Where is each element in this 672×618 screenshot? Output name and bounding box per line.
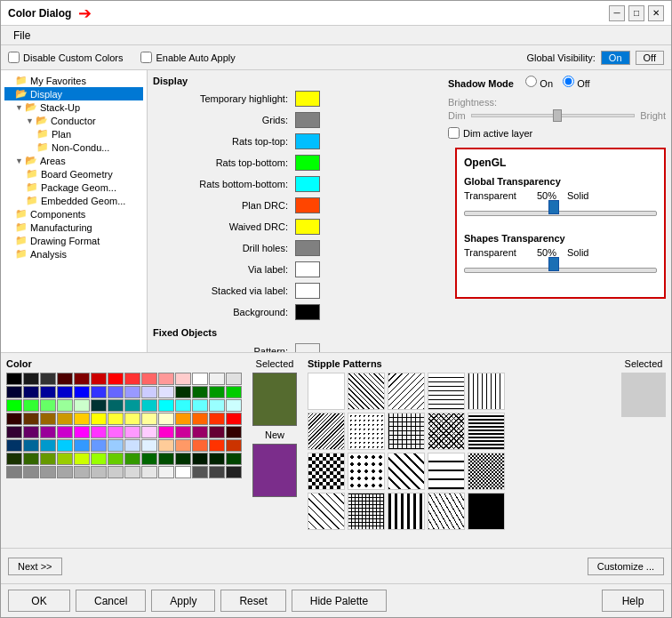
color-swatch-1[interactable]: [295, 112, 320, 128]
tree-item-analysis[interactable]: 📁 Analysis: [4, 247, 143, 261]
color-swatch-6[interactable]: [295, 219, 320, 235]
color-swatch-10[interactable]: [295, 304, 320, 320]
shapes-transparency-slider[interactable]: [464, 261, 657, 279]
tree-item-board-geometry[interactable]: 📁 Board Geometry: [4, 167, 143, 181]
color-swatch-0[interactable]: [295, 91, 320, 107]
color-cell-47[interactable]: [91, 413, 107, 425]
color-cell-102[interactable]: [74, 466, 90, 478]
color-cell-73[interactable]: [57, 439, 73, 452]
color-cell-107[interactable]: [158, 466, 174, 478]
color-swatch-3[interactable]: [295, 155, 320, 171]
color-cell-26[interactable]: [209, 386, 225, 398]
color-cell-110[interactable]: [209, 466, 225, 478]
color-cell-39[interactable]: [192, 399, 208, 412]
color-cell-82[interactable]: [209, 439, 225, 452]
color-cell-28[interactable]: [6, 399, 22, 412]
disable-custom-colors-checkbox[interactable]: [8, 52, 20, 63]
color-cell-40[interactable]: [209, 399, 225, 412]
color-cell-33[interactable]: [91, 399, 107, 412]
selected-color-swatch[interactable]: [252, 373, 297, 426]
color-cell-99[interactable]: [23, 466, 39, 478]
file-menu[interactable]: File: [8, 29, 36, 42]
stipple-stripe[interactable]: [388, 493, 425, 530]
color-cell-57[interactable]: [23, 426, 39, 438]
color-swatch-8[interactable]: [295, 261, 320, 277]
color-cell-55[interactable]: [226, 413, 242, 425]
tree-item-conductor[interactable]: ▼ 📂 Conductor: [4, 114, 143, 127]
color-cell-23[interactable]: [158, 386, 174, 398]
color-cell-100[interactable]: [40, 466, 56, 478]
color-cell-19[interactable]: [91, 386, 107, 398]
vis-on-button[interactable]: On: [601, 51, 630, 65]
color-cell-17[interactable]: [57, 386, 73, 398]
color-swatch-9[interactable]: [295, 283, 320, 299]
reset-button[interactable]: Reset: [220, 590, 285, 612]
color-cell-43[interactable]: [23, 413, 39, 425]
stipple-dense[interactable]: [468, 413, 505, 450]
color-cell-21[interactable]: [124, 386, 140, 398]
color-cell-13[interactable]: [226, 373, 242, 385]
color-cell-20[interactable]: [108, 386, 124, 398]
color-cell-58[interactable]: [40, 426, 56, 438]
color-cell-30[interactable]: [40, 399, 56, 412]
shadow-off-radio[interactable]: [563, 76, 574, 87]
stipple-cross[interactable]: [388, 413, 425, 450]
color-cell-27[interactable]: [226, 386, 242, 398]
close-button[interactable]: ✕: [648, 5, 664, 21]
color-swatch-7[interactable]: [295, 240, 320, 256]
color-cell-29[interactable]: [23, 399, 39, 412]
color-cell-54[interactable]: [209, 413, 225, 425]
stipple-weave[interactable]: [308, 493, 345, 530]
color-cell-51[interactable]: [158, 413, 174, 425]
color-cell-65[interactable]: [158, 426, 174, 438]
stipple-zigzag[interactable]: [428, 493, 465, 530]
tree-item-manufacturing[interactable]: 📁 Manufacturing: [4, 221, 143, 234]
color-cell-94[interactable]: [175, 453, 191, 465]
tree-item-drawing-format[interactable]: 📁 Drawing Format: [4, 234, 143, 247]
help-button[interactable]: Help: [602, 590, 664, 612]
color-cell-66[interactable]: [175, 426, 191, 438]
apply-button[interactable]: Apply: [151, 590, 215, 612]
color-cell-41[interactable]: [226, 399, 242, 412]
color-cell-77[interactable]: [124, 439, 140, 452]
color-cell-11[interactable]: [192, 373, 208, 385]
color-cell-61[interactable]: [91, 426, 107, 438]
tree-item-components[interactable]: 📁 Components: [4, 207, 143, 221]
stipple-diagonal2[interactable]: [388, 373, 425, 410]
color-cell-111[interactable]: [226, 466, 242, 478]
color-cell-49[interactable]: [124, 413, 140, 425]
color-cell-0[interactable]: [6, 373, 22, 385]
color-cell-97[interactable]: [226, 453, 242, 465]
stipple-sparse-dot[interactable]: [348, 453, 385, 490]
color-cell-3[interactable]: [57, 373, 73, 385]
color-cell-67[interactable]: [192, 426, 208, 438]
color-cell-24[interactable]: [175, 386, 191, 398]
color-cell-76[interactable]: [108, 439, 124, 452]
color-cell-78[interactable]: [141, 439, 157, 452]
selected-stipple-swatch[interactable]: [621, 373, 666, 417]
color-cell-64[interactable]: [141, 426, 157, 438]
color-cell-92[interactable]: [141, 453, 157, 465]
color-cell-36[interactable]: [141, 399, 157, 412]
color-cell-45[interactable]: [57, 413, 73, 425]
customize-button[interactable]: Customize ...: [588, 558, 664, 575]
color-cell-101[interactable]: [57, 466, 73, 478]
color-swatch-4[interactable]: [295, 176, 320, 192]
tree-item-favorites[interactable]: 📁 My Favorites: [4, 74, 143, 87]
stipple-brick[interactable]: [428, 453, 465, 490]
ok-button[interactable]: OK: [8, 590, 70, 612]
maximize-button[interactable]: □: [628, 5, 644, 21]
color-cell-71[interactable]: [23, 439, 39, 452]
color-cell-59[interactable]: [57, 426, 73, 438]
color-cell-1[interactable]: [23, 373, 39, 385]
minimize-button[interactable]: ─: [609, 5, 625, 21]
color-cell-69[interactable]: [226, 426, 242, 438]
color-cell-12[interactable]: [209, 373, 225, 385]
color-cell-80[interactable]: [175, 439, 191, 452]
color-cell-53[interactable]: [192, 413, 208, 425]
global-transparency-slider[interactable]: [464, 205, 657, 222]
color-cell-10[interactable]: [175, 373, 191, 385]
color-cell-37[interactable]: [158, 399, 174, 412]
color-cell-104[interactable]: [108, 466, 124, 478]
color-cell-81[interactable]: [192, 439, 208, 452]
